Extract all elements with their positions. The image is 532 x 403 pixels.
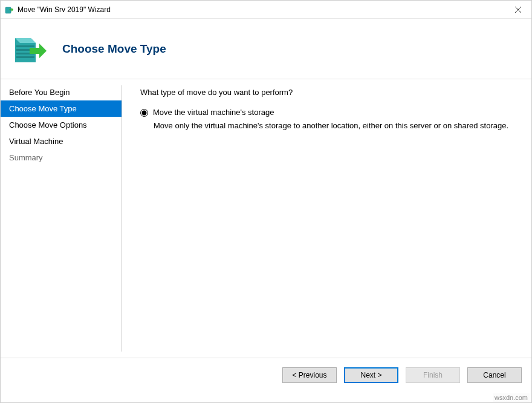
next-button[interactable]: Next > <box>344 367 398 383</box>
svg-rect-1 <box>16 45 34 47</box>
app-icon <box>4 5 14 15</box>
sidebar-item-before-you-begin[interactable]: Before You Begin <box>1 84 122 100</box>
wizard-body: Before You Begin Choose Move Type Choose… <box>1 79 531 358</box>
option-move-storage[interactable]: Move the virtual machine's storage <box>140 108 518 117</box>
window-title: Move "Win Srv 2019" Wizard <box>18 5 504 14</box>
sidebar-item-choose-move-options[interactable]: Choose Move Options <box>1 117 122 133</box>
svg-rect-0 <box>5 7 11 13</box>
option-move-storage-label: Move the virtual machine's storage <box>153 108 274 117</box>
wizard-page-content: What type of move do you want to perform… <box>122 79 531 358</box>
sidebar-item-choose-move-type[interactable]: Choose Move Type <box>1 100 122 117</box>
previous-button[interactable]: < Previous <box>282 367 337 383</box>
cancel-button[interactable]: Cancel <box>467 367 522 383</box>
wizard-banner: Choose Move Type <box>1 19 531 79</box>
svg-rect-4 <box>16 56 34 58</box>
server-move-icon <box>10 31 47 67</box>
finish-button: Finish <box>406 367 460 383</box>
close-icon <box>515 7 521 13</box>
title-bar: Move "Win Srv 2019" Wizard <box>1 1 531 19</box>
wizard-steps-sidebar: Before You Begin Choose Move Type Choose… <box>1 79 122 358</box>
sidebar-item-virtual-machine[interactable]: Virtual Machine <box>1 133 122 149</box>
wizard-button-bar: < Previous Next > Finish Cancel <box>1 358 531 392</box>
option-move-storage-description: Move only the virtual machine's storage … <box>154 120 518 131</box>
page-title: Choose Move Type <box>62 42 166 56</box>
sidebar-item-summary[interactable]: Summary <box>1 149 122 166</box>
close-button[interactable] <box>504 1 531 19</box>
watermark: wsxdn.com <box>493 393 530 402</box>
move-type-question: What type of move do you want to perform… <box>140 88 518 97</box>
option-move-storage-radio[interactable] <box>140 109 148 117</box>
